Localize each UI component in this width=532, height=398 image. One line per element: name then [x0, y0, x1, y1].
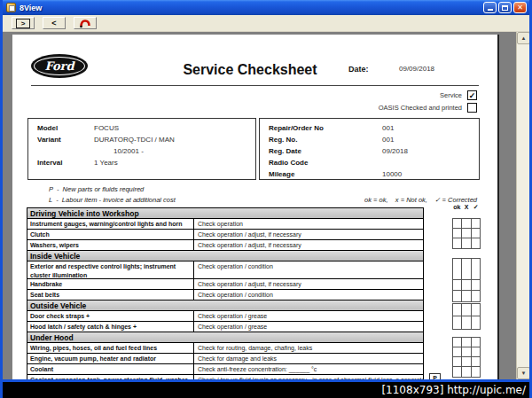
repair-order-label: Repair/Order No	[260, 122, 382, 134]
scroll-up-button[interactable]: ▲	[517, 32, 529, 44]
result-cell	[453, 367, 462, 377]
result-cell	[462, 238, 471, 248]
interval-label: Interval	[28, 157, 94, 168]
item-cell: Handbrake	[27, 279, 194, 289]
check-cell: Check anti-freeze concentration: ______ …	[194, 364, 423, 374]
result-cell	[462, 291, 471, 301]
result-cell	[462, 357, 471, 366]
item-cell: Coolant expansion tank, power steering f…	[27, 375, 194, 379]
red-swoosh-icon	[79, 19, 91, 28]
checklist-row: Coolant expansion tank, power steering f…	[27, 375, 423, 379]
minimize-icon	[488, 9, 493, 11]
item-cell: Washers, wipers	[27, 240, 194, 250]
result-cell	[472, 238, 480, 248]
item-cell: Door check straps +	[27, 311, 194, 321]
titlebar: 8View ✕	[3, 0, 529, 15]
item-cell: Hood latch / safety catch & hinges +	[27, 322, 194, 332]
forward-arrow-icon: >	[16, 19, 31, 28]
app-icon	[6, 3, 16, 12]
item-cell: Coolant	[27, 364, 194, 374]
check-cell: Check operation / condition	[194, 261, 423, 278]
minimize-button[interactable]	[483, 2, 497, 13]
close-button[interactable]: ✕	[513, 2, 527, 13]
order-info-box: Repair/Order No 001 Reg. No. 001 Reg. Da…	[259, 118, 480, 180]
result-cell	[453, 219, 462, 228]
checklist-row: Engine, vacuum pump, heater and radiator…	[27, 354, 423, 364]
info-row: Model FOCUS	[28, 122, 255, 134]
close-icon: ✕	[517, 4, 523, 12]
scroll-down-button[interactable]: ▼	[517, 367, 529, 379]
result-cell	[462, 338, 471, 347]
model-label: Model	[28, 122, 94, 134]
service-label: Service	[440, 91, 462, 99]
checklist-row: Washers, wipersCheck operation / adjust,…	[27, 240, 423, 251]
item-cell: Wiring, pipes, hoses, oil and fuel feed …	[27, 343, 194, 353]
result-cell	[462, 229, 471, 238]
result-cell	[472, 229, 480, 238]
result-grid	[452, 337, 481, 378]
info-row: Repair/Order No 001	[260, 122, 479, 134]
variant-value-line2: 10/2001 -	[28, 145, 255, 157]
result-cell	[472, 219, 480, 228]
reg-no-label: Reg. No.	[260, 134, 382, 145]
result-cell	[462, 316, 471, 329]
result-cell	[472, 357, 480, 366]
checklist-row: ClutchCheck operation / adjust, if neces…	[27, 230, 423, 240]
stamp-button[interactable]	[74, 17, 97, 29]
forward-button[interactable]: >	[12, 17, 35, 29]
maximize-button[interactable]	[498, 2, 512, 13]
radio-code-label: Radio Code	[260, 157, 382, 168]
document-viewport: Ford Service Checksheet Date: 09/09/2018…	[3, 32, 529, 379]
item-cell: Seat belts	[27, 290, 194, 300]
result-cell	[453, 238, 462, 248]
service-checkbox[interactable]: ✓	[467, 90, 477, 100]
check-cell: Check operation / condition	[194, 290, 423, 300]
oasis-checkbox[interactable]	[467, 103, 477, 113]
result-cell	[462, 367, 471, 377]
info-row: Interval 1 Years	[28, 157, 255, 168]
result-cell	[462, 280, 471, 290]
info-row: Radio Code	[260, 157, 479, 168]
back-button[interactable]: <	[43, 17, 66, 29]
window-title: 8View	[20, 4, 481, 12]
mileage-value: 10000	[382, 168, 402, 180]
page-title: Service Checksheet	[161, 62, 339, 78]
vehicle-info-box: Model FOCUS Variant DURATORQ-TDCI / MAN …	[27, 118, 256, 180]
grid-col-label: ✓	[471, 204, 481, 211]
header-divider	[31, 85, 479, 86]
check-cell: Check for routing, damage, chafing, leak…	[194, 343, 423, 353]
scroll-down-icon: ▼	[521, 371, 527, 376]
checklist-table: Driving Vehicle into WorkshopInstrument …	[27, 207, 424, 379]
maximize-icon	[502, 5, 508, 11]
mileage-label: Mileage	[260, 168, 382, 180]
item-cell: Clutch	[27, 230, 194, 239]
result-cell	[472, 280, 480, 290]
back-arrow-icon: <	[51, 19, 56, 27]
result-cell	[453, 280, 462, 290]
repair-order-value: 001	[382, 122, 394, 134]
section-header: Inside Vehicle	[27, 251, 423, 261]
vertical-scrollbar[interactable]: ▲ ▼	[516, 32, 529, 379]
checklist-row: Seat beltsCheck operation / condition	[27, 290, 423, 300]
variant-value: DURATORQ-TDCI / MAN	[94, 134, 175, 145]
result-cell	[462, 219, 471, 228]
result-cell	[472, 291, 480, 301]
result-cell	[453, 229, 462, 238]
section-header: Under Hood	[27, 332, 423, 343]
grid-col-label: ok	[452, 204, 462, 211]
oasis-checkbox-row: OASIS Checked and printed	[379, 103, 477, 113]
check-cell: Check / top up fluid levels as necessary…	[194, 375, 423, 379]
result-cell	[453, 259, 462, 279]
oasis-label: OASIS Checked and printed	[379, 104, 462, 112]
result-grid	[452, 218, 481, 249]
variant-label: Variant	[28, 134, 94, 145]
checklist-row: HandbrakeCheck operation / adjust, if ne…	[27, 279, 423, 290]
scroll-up-icon: ▲	[521, 35, 527, 41]
result-cell	[453, 316, 462, 329]
item-cell: Engine, vacuum pump, heater and radiator	[27, 354, 194, 363]
checklist-row: CoolantCheck anti-freeze concentration: …	[27, 364, 423, 375]
result-cell	[472, 347, 480, 356]
document-page: Ford Service Checksheet Date: 09/09/2018…	[12, 35, 499, 379]
result-cell	[462, 347, 471, 356]
info-row: Reg. No. 001	[260, 134, 479, 145]
